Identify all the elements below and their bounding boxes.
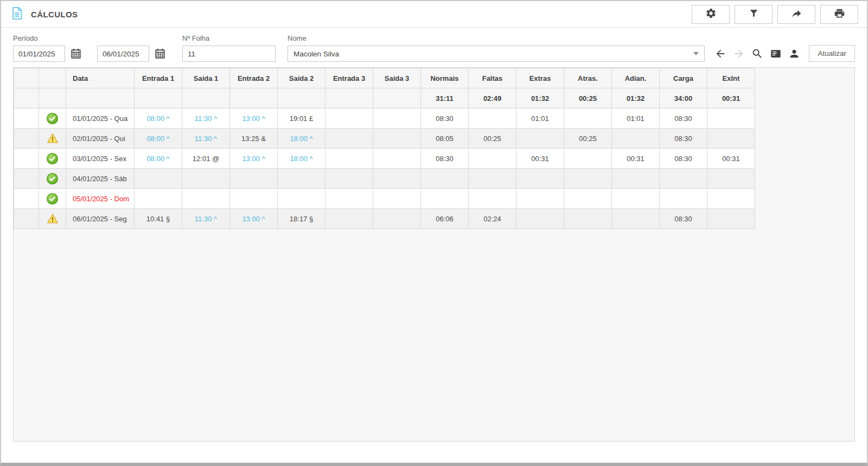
settings-button[interactable] — [692, 5, 730, 24]
time-entry-cell[interactable] — [278, 189, 326, 209]
date-cell: 01/01/2025 - Qua — [66, 108, 135, 129]
time-entry-cell[interactable]: 13:00 ^ — [230, 108, 278, 129]
time-entry-cell[interactable]: 08:00 ^ — [135, 149, 182, 169]
time-entry-cell[interactable] — [135, 169, 182, 189]
computed-value-cell — [660, 189, 707, 209]
table-header-row: Data Entrada 1 Saída 1 Entrada 2 Saída 2… — [14, 68, 755, 88]
col-entrada1[interactable]: Entrada 1 — [135, 68, 182, 88]
refresh-button[interactable]: Atualizar — [809, 45, 855, 62]
col-saida2[interactable]: Saída 2 — [278, 68, 326, 88]
total-exint: 00:31 — [707, 88, 755, 108]
time-entry-cell[interactable]: 08:00 ^ — [135, 129, 182, 149]
time-entry-cell[interactable]: 11:30 ^ — [182, 129, 230, 149]
time-entry-cell[interactable] — [326, 169, 373, 189]
time-entry-cell[interactable]: 11:30 ^ — [182, 108, 230, 129]
col-exint[interactable]: ExInt — [707, 68, 755, 88]
table-row[interactable]: 06/01/2025 - Seg10:41 §11:30 ^13:00 ^18:… — [14, 209, 755, 229]
col-saida3[interactable]: Saída 3 — [373, 68, 421, 88]
time-entry-cell[interactable]: 10:41 § — [135, 209, 182, 229]
row-select-cell[interactable] — [14, 209, 39, 229]
status-cell[interactable] — [39, 189, 66, 209]
time-entry-cell[interactable] — [182, 189, 230, 209]
next-record-button[interactable] — [733, 48, 745, 60]
time-entry-cell[interactable]: 18:17 § — [278, 209, 326, 229]
time-entry-cell[interactable] — [373, 209, 421, 229]
time-entry-cell[interactable]: 13:00 ^ — [230, 209, 278, 229]
time-entry-cell[interactable]: 19:01 £ — [278, 108, 326, 129]
row-select-cell[interactable] — [14, 149, 39, 169]
print-button[interactable] — [820, 5, 858, 24]
time-entry-cell[interactable]: 18:00 ^ — [278, 129, 326, 149]
col-carga[interactable]: Carga — [660, 68, 707, 88]
calendar-icon[interactable] — [154, 48, 166, 60]
time-entry-cell[interactable] — [326, 209, 373, 229]
computed-value-cell — [612, 129, 660, 149]
date-from-input[interactable] — [13, 46, 65, 62]
time-entry-cell[interactable] — [373, 108, 421, 129]
status-cell[interactable] — [39, 129, 66, 149]
time-entry-cell[interactable] — [278, 169, 326, 189]
row-select-cell[interactable] — [14, 169, 39, 189]
table-row[interactable]: 01/01/2025 - Qua08:00 ^11:30 ^13:00 ^19:… — [14, 108, 755, 129]
col-faltas[interactable]: Faltas — [469, 68, 516, 88]
periodo-group: Período — [13, 34, 166, 62]
status-cell[interactable] — [39, 209, 66, 229]
col-saida1[interactable]: Saída 1 — [182, 68, 230, 88]
col-entrada2[interactable]: Entrada 2 — [230, 68, 278, 88]
time-entry-cell[interactable]: 13:00 ^ — [230, 149, 278, 169]
export-button[interactable] — [777, 5, 815, 24]
table-row[interactable]: 03/01/2025 - Sex08:00 ^12:01 @13:00 ^18:… — [14, 149, 755, 169]
totals-row: 31:11 02:49 01:32 00:25 01:32 34:00 00:3… — [14, 88, 755, 108]
time-entry-cell[interactable]: 11:30 ^ — [182, 209, 230, 229]
date-cell: 04/01/2025 - Sáb — [66, 169, 135, 189]
time-entry-cell[interactable]: 18:00 ^ — [278, 149, 326, 169]
time-entry-cell[interactable]: 13:25 & — [230, 129, 278, 149]
search-button[interactable] — [751, 48, 763, 60]
time-entry-cell[interactable] — [326, 129, 373, 149]
table-row[interactable]: 05/01/2025 - Dom — [14, 189, 755, 209]
status-warning-icon — [47, 213, 59, 225]
col-data[interactable]: Data — [66, 68, 135, 88]
folha-input[interactable] — [182, 46, 276, 62]
time-entry-cell[interactable] — [326, 189, 373, 209]
status-cell[interactable] — [39, 108, 66, 129]
filter-button[interactable] — [735, 5, 773, 24]
calendar-icon[interactable] — [70, 48, 82, 60]
time-entry-cell[interactable] — [230, 189, 278, 209]
computed-value-cell — [707, 209, 755, 229]
col-normais[interactable]: Normais — [421, 68, 469, 88]
header-actions — [692, 5, 858, 24]
computed-value-cell: 08:30 — [421, 108, 469, 129]
table-row[interactable]: 02/01/2025 - Qui08:00 ^11:30 ^13:25 &18:… — [14, 129, 755, 149]
time-entry-cell[interactable] — [182, 169, 230, 189]
time-entry-cell[interactable]: 08:00 ^ — [135, 108, 182, 129]
time-entry-cell[interactable]: 12:01 @ — [182, 149, 230, 169]
col-entrada3[interactable]: Entrada 3 — [326, 68, 373, 88]
col-atras[interactable]: Atras. — [564, 68, 612, 88]
time-entry-cell[interactable] — [135, 189, 182, 209]
time-entry-cell[interactable] — [326, 149, 373, 169]
table-row[interactable]: 04/01/2025 - Sáb — [14, 169, 755, 189]
status-cell[interactable] — [39, 149, 66, 169]
nome-select[interactable]: Macolen Silva — [288, 46, 705, 62]
col-extras[interactable]: Extras — [516, 68, 564, 88]
time-entry-cell[interactable] — [326, 108, 373, 129]
row-select-cell[interactable] — [14, 189, 39, 209]
status-ok-icon — [46, 112, 59, 125]
nome-selected-value: Macolen Silva — [293, 50, 339, 58]
row-select-cell[interactable] — [14, 129, 39, 149]
arrow-right-icon — [733, 48, 745, 60]
time-entry-cell[interactable] — [373, 189, 421, 209]
previous-record-button[interactable] — [714, 48, 726, 60]
document-icon — [10, 6, 24, 23]
list-view-button[interactable] — [770, 48, 782, 60]
time-entry-cell[interactable] — [373, 129, 421, 149]
date-to-input[interactable] — [97, 46, 149, 62]
time-entry-cell[interactable] — [230, 169, 278, 189]
time-entry-cell[interactable] — [373, 169, 421, 189]
time-entry-cell[interactable] — [373, 149, 421, 169]
status-cell[interactable] — [39, 169, 66, 189]
row-select-cell[interactable] — [14, 108, 39, 129]
col-adian[interactable]: Adian. — [612, 68, 660, 88]
employee-button[interactable] — [788, 48, 800, 60]
